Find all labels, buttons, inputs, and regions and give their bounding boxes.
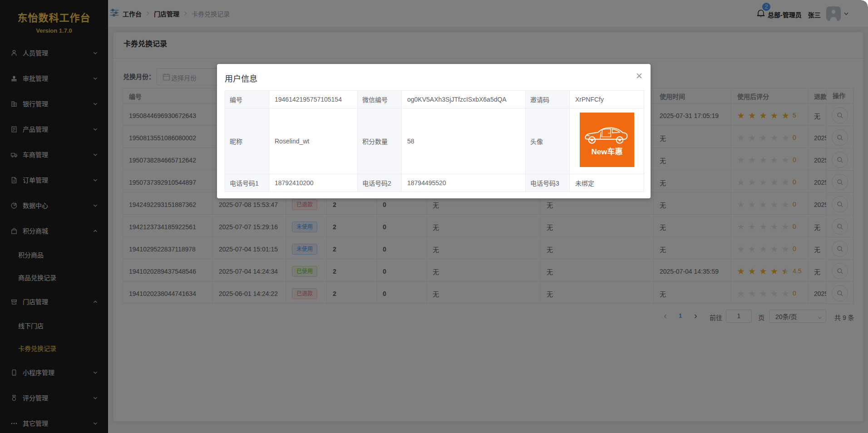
svg-text:New车惠: New车惠 bbox=[591, 147, 622, 156]
